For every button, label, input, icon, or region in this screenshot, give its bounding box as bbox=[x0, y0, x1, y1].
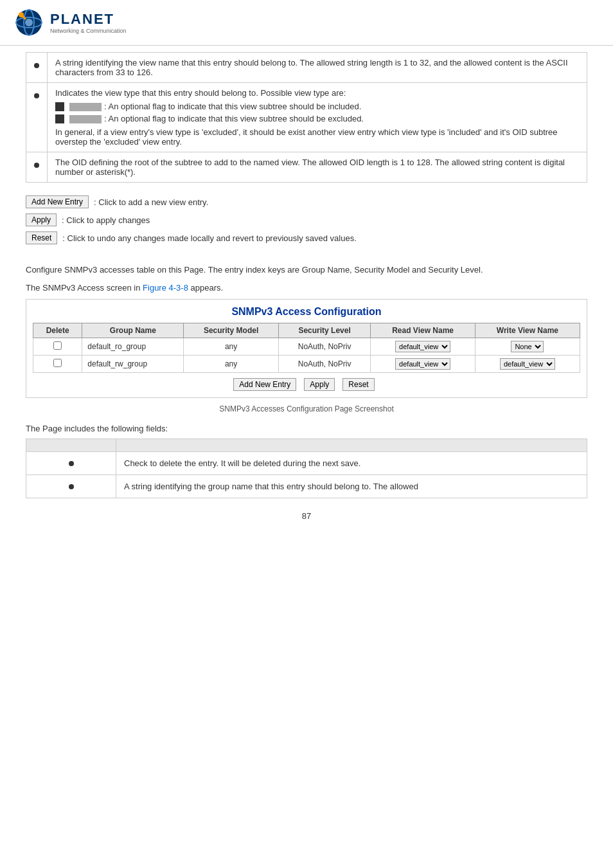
table-row: A string identifying the view name that … bbox=[26, 53, 587, 83]
fields-table-row-delete: Check to delete the entry. It will be de… bbox=[26, 452, 587, 475]
col-header-group-name: Group Name bbox=[82, 323, 184, 338]
bullet-dot bbox=[34, 163, 39, 168]
view-type-extra: In general, if a view entry's view type … bbox=[55, 127, 579, 147]
fields-desc-2: A string identifying the group name that… bbox=[116, 475, 587, 498]
table-header-row: Delete Group Name Security Model Securit… bbox=[33, 323, 580, 338]
flag-row-included: : An optional flag to indicate that this… bbox=[55, 102, 579, 111]
read-view-select-1[interactable]: default_view bbox=[395, 341, 450, 352]
flag-row-excluded: : An optional flag to indicate that this… bbox=[55, 114, 579, 123]
fields-header-col2 bbox=[116, 439, 587, 452]
snmp-table-buttons: Add New Entry Apply Reset bbox=[33, 378, 580, 391]
fields-table-header-row bbox=[26, 439, 587, 452]
config-desc-1: Configure SNMPv3 accesses table on this … bbox=[26, 264, 587, 276]
snmp-table-container: SNMPv3 Access Configuration Delete Group… bbox=[26, 299, 587, 398]
snmp-add-new-entry-button[interactable]: Add New Entry bbox=[233, 378, 296, 391]
config-section: Configure SNMPv3 accesses table on this … bbox=[26, 264, 587, 498]
flag-box-included: : An optional flag to indicate that this… bbox=[69, 102, 361, 111]
col-header-read-view: Read View Name bbox=[371, 323, 475, 338]
info-cell-3: The OID defining the root of the subtree… bbox=[48, 152, 587, 183]
table-row: default_ro_group any NoAuth, NoPriv defa… bbox=[33, 338, 580, 356]
bullet-dot bbox=[34, 93, 39, 98]
add-new-entry-button[interactable]: Add New Entry bbox=[26, 195, 89, 208]
bullet-dot bbox=[34, 63, 39, 68]
security-model-cell-2: any bbox=[184, 356, 278, 373]
page-number: 87 bbox=[26, 511, 587, 521]
apply-row: Apply : Click to apply changes bbox=[26, 213, 587, 226]
write-view-cell-1: None bbox=[475, 338, 580, 356]
read-view-cell-2: default_view bbox=[371, 356, 475, 373]
snmp-table-title: SNMPv3 Access Configuration bbox=[33, 306, 580, 318]
info-text-1: A string identifying the view name that … bbox=[55, 58, 568, 77]
config-desc-2: The SNMPv3 Access screen in Figure 4-3-8… bbox=[26, 282, 587, 294]
header: PLANET Networking & Communication bbox=[0, 0, 613, 46]
table-row: default_rw_group any NoAuth, NoPriv defa… bbox=[33, 356, 580, 373]
fields-desc-1: Check to delete the entry. It will be de… bbox=[116, 452, 587, 475]
group-name-cell-2: default_rw_group bbox=[82, 356, 184, 373]
info-text-3: The OID defining the root of the subtree… bbox=[55, 158, 565, 177]
reset-desc: : Click to undo any changes made locally… bbox=[62, 233, 356, 243]
group-name-cell-1: default_ro_group bbox=[82, 338, 184, 356]
security-model-cell-1: any bbox=[184, 338, 278, 356]
button-section: Add New Entry : Click to add a new view … bbox=[26, 195, 587, 244]
bullet-cell bbox=[26, 152, 48, 183]
add-new-entry-row: Add New Entry : Click to add a new view … bbox=[26, 195, 587, 208]
read-view-cell-1: default_view bbox=[371, 338, 475, 356]
bullet-cell bbox=[26, 83, 48, 152]
bullet-dot bbox=[69, 484, 74, 489]
planet-logo-icon bbox=[13, 6, 45, 39]
flag-box-excluded: : An optional flag to indicate that this… bbox=[69, 114, 364, 123]
snmp-reset-button[interactable]: Reset bbox=[342, 378, 374, 391]
view-type-intro: Indicates the view type that this entry … bbox=[55, 88, 579, 98]
fields-bullet-1 bbox=[26, 452, 116, 475]
fields-header-col1 bbox=[26, 439, 116, 452]
delete-checkbox-2[interactable] bbox=[53, 359, 62, 367]
bullet-dot bbox=[69, 461, 74, 466]
apply-button[interactable]: Apply bbox=[26, 213, 57, 226]
security-level-cell-1: NoAuth, NoPriv bbox=[278, 338, 371, 356]
logo: PLANET Networking & Communication bbox=[13, 6, 127, 39]
write-view-select-2[interactable]: default_view bbox=[500, 358, 555, 370]
read-view-select-2[interactable]: default_view bbox=[395, 358, 450, 370]
delete-cell bbox=[33, 356, 82, 373]
main-content: A string identifying the view name that … bbox=[0, 46, 613, 534]
svg-point-4 bbox=[19, 12, 24, 17]
delete-checkbox-1[interactable] bbox=[53, 341, 62, 350]
reset-button[interactable]: Reset bbox=[26, 231, 57, 244]
info-cell-1: A string identifying the view name that … bbox=[48, 53, 587, 83]
top-info-table: A string identifying the view name that … bbox=[26, 52, 587, 183]
fields-table-row-group: A string identifying the group name that… bbox=[26, 475, 587, 498]
info-cell-2: Indicates the view type that this entry … bbox=[48, 83, 587, 152]
col-header-security-model: Security Model bbox=[184, 323, 278, 338]
reset-row: Reset : Click to undo any changes made l… bbox=[26, 231, 587, 244]
bullet-cell bbox=[26, 53, 48, 83]
add-new-entry-desc: : Click to add a new view entry. bbox=[94, 197, 208, 207]
figure-link[interactable]: Figure 4-3-8 bbox=[143, 283, 188, 293]
fields-table: Check to delete the entry. It will be de… bbox=[26, 439, 587, 498]
delete-cell bbox=[33, 338, 82, 356]
snmp-apply-button[interactable]: Apply bbox=[304, 378, 335, 391]
flag-label-included: : An optional flag to indicate that this… bbox=[104, 102, 361, 111]
square-bullet-included bbox=[55, 102, 64, 111]
fields-intro: The Page includes the following fields: bbox=[26, 424, 587, 433]
snmp-caption: SNMPv3 Accesses Configuration Page Scree… bbox=[26, 404, 587, 413]
col-header-write-view: Write View Name bbox=[475, 323, 580, 338]
col-header-delete: Delete bbox=[33, 323, 82, 338]
apply-desc: : Click to apply changes bbox=[62, 215, 150, 225]
write-view-cell-2: default_view bbox=[475, 356, 580, 373]
logo-planet-label: PLANET bbox=[50, 11, 127, 28]
flag-label-excluded: : An optional flag to indicate that this… bbox=[104, 114, 364, 123]
col-header-security-level: Security Level bbox=[278, 323, 371, 338]
square-bullet-excluded bbox=[55, 114, 64, 123]
table-row: The OID defining the root of the subtree… bbox=[26, 152, 587, 183]
table-row: Indicates the view type that this entry … bbox=[26, 83, 587, 152]
svg-point-3 bbox=[25, 19, 33, 26]
write-view-select-1[interactable]: None bbox=[511, 341, 544, 352]
snmp-access-table: Delete Group Name Security Model Securit… bbox=[33, 323, 580, 373]
logo-subtitle-label: Networking & Communication bbox=[50, 28, 127, 34]
logo-text: PLANET Networking & Communication bbox=[50, 11, 127, 34]
fields-bullet-2 bbox=[26, 475, 116, 498]
security-level-cell-2: NoAuth, NoPriv bbox=[278, 356, 371, 373]
